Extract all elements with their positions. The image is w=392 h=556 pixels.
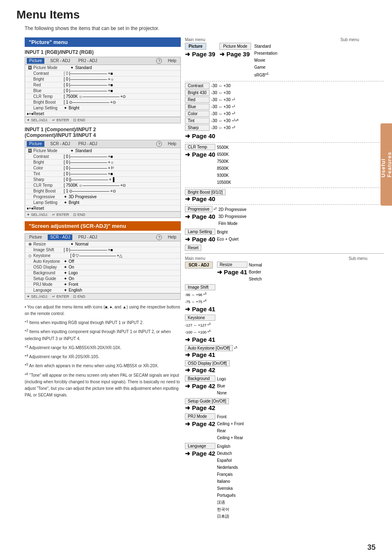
brightboost-slider-1[interactable]: ⊙————————— [69,100,109,104]
prjmode-icon: ✦ [64,282,67,287]
menu-tab-scr-adj-active[interactable]: SCR - ADJ [48,234,72,240]
menu-tab-picture-scradj[interactable]: Picture [27,234,44,240]
picture-mode-icon-1: 🖼 [27,65,33,70]
lang-svenska: Svenska [217,485,238,492]
keystone-range2: -100 ↔ +100 *4 [185,329,215,335]
footer-enter-scradj: ↵ ENTER [52,294,69,299]
bright-end-2: +☼ [108,160,114,164]
clrtemp-label-1: CLR Temp [27,94,64,99]
clrtemp-slider-1[interactable]: ☼————————— [78,94,119,99]
contrast-end-1: +■ [108,71,113,76]
input1-label: INPUT 1 (RGB)/INPUT2 (RGB) [25,49,181,55]
brightboost-end-1: +⊙ [110,100,116,104]
sub-game: Game [254,64,277,71]
tint-slider-2[interactable]: |————————— [69,171,107,176]
blue-box-right: Blue [185,104,210,110]
scradj-main-left: SCR - ADJ [185,262,213,269]
bg-blue: Blue [217,382,227,389]
lang-espanol: Español [217,457,238,464]
blue-slider-1[interactable]: |————————— [69,88,107,93]
color-range-right: -30 ↔ +30 [211,111,231,116]
footnote-6: *6 "Tone" will appear on the menu screen… [25,371,181,398]
sharp-slider-2[interactable]: ||————————— [69,177,108,182]
menu-box-2: Picture SCR - ADJ PRJ - ADJ ? Help 🖼 Pic… [25,140,181,218]
prog-2d: 2D Progressive [219,206,247,213]
menu-row-imageshift: Image Shift [ 0 |————————— +■ [25,247,180,253]
menu-tab-scr-adj-2[interactable]: SCR - ADJ [48,141,72,147]
menu-row-contrast-1: Contrast [ 0 |————————— +■ [25,71,180,76]
sub-menu-label-top: Sub menu [340,37,359,42]
lang-italiano: Italiano [217,478,238,485]
footnote-3: *3 Adjustment range for XG-MB55X/XR-20X/… [25,344,181,351]
autokeystone-page41: ➜ Page 41 [185,351,384,359]
menu-tab-prj-adj-1[interactable]: PRJ - ADJ [76,58,99,64]
lampsetting-value-2: Bright [69,200,79,205]
footer-sel-1: ✦ SEL./ADJ. [27,118,48,122]
dashed-sep-1 [185,81,384,81]
sharp-label-2: Sharp [27,177,64,182]
menu-tab-help-1[interactable]: Help [165,58,179,64]
clrtemp-left: CLR Temp ➜ Page 40 [185,144,215,158]
menu-tab-picture-2[interactable]: Picture [27,141,44,147]
prjmode-section-right: PRJ Mode ➜ Page 42 Front Ceiling + Front… [185,413,384,441]
menu-row-clrtemp-1: CLR Temp [ 7500K ☼————————— +⊙ [25,94,180,100]
picture-mode-sub-box: Picture Mode [219,43,251,50]
contrast-slider-2[interactable]: |————————— [69,154,107,159]
language-box-right: Language [185,443,215,449]
help-icon-scradj[interactable]: ? [156,234,162,240]
language-page42: ➜ Page 42 [185,450,215,457]
contrast-bracket-1: [ 0 [64,71,68,76]
help-icon-1[interactable]: ? [156,58,162,64]
picture-mode-value-2: Standard [75,148,92,153]
red-slider-1[interactable]: |————————— [69,83,107,87]
color-row-right: Color -30 ↔ +30 *2 [185,111,384,117]
imageshift-end: +■ [108,248,113,252]
contrast-end-2: +■ [108,154,113,159]
blue-range-right: -30 ↔ +30 [211,104,231,109]
autokeystone-note: *5 [234,345,238,351]
imageshift-slider[interactable]: |————————— [69,248,107,252]
help-icon-2[interactable]: ? [156,141,162,147]
contrast-slider-1[interactable]: |————————— [69,71,107,76]
clrtemp-9300: 9300K [217,172,231,179]
menu-tab-scr-adj-1[interactable]: SCR - ADJ [48,58,72,64]
clrtemp-7500: 7500K [217,158,231,165]
keystone-left-right: Keystone -127 ↔ +127 *3 -100 ↔ +100 *4 ➜… [185,315,215,343]
menu-row-bright-1: Bright [ 0 |————————— +☼ [25,76,180,82]
picture-mode-icon3: ✦ [70,148,74,153]
lampsetting-page40: ➜ Page 40 [185,236,215,243]
lampsetting-left: Lamp Setting ➜ Page 40 [185,229,215,243]
bright-slider-1[interactable]: |————————— [69,77,107,81]
osddisplay-value: On [69,265,74,269]
brightboost-label-2: Bright Boost [27,189,64,193]
language-value: English [69,288,82,292]
menu-tab-picture-active[interactable]: Picture [27,58,44,64]
tint-range-right: -30 ↔ +30 [211,118,231,123]
menu-row-bright-2: Bright [ 0 |————————— +☼ [25,160,180,165]
menu-tab-prj-adj-scradj[interactable]: PRJ - ADJ [76,234,99,240]
bright-range-right: -30 ↔ +30 [211,90,231,95]
hr-divider [185,253,384,254]
menu-tab-prj-adj-2[interactable]: PRJ - ADJ [76,141,99,147]
menu-tab-help-scradj[interactable]: Help [165,234,179,240]
page40-ref-1: ➜ Page 40 [185,132,384,140]
blue-note-right: *1 [232,104,235,109]
keystone-slider[interactable]: ▽————————— [76,253,116,258]
keystone-bracket: [ 0 [70,253,75,258]
clrtemp-slider-2[interactable]: ☼————————— [78,183,119,188]
menu-tab-help-2[interactable]: Help [165,141,179,147]
brightboost-slider-2[interactable]: ⊙————————— [69,189,109,193]
progressive-icon-2: ✦ [64,195,67,199]
lampsetting-value-1: Bright [69,106,79,110]
clrtemp-6500: 6500K [217,151,231,158]
color-label-2: Color [27,166,64,170]
imageshift-left-right: Image Shift -96 ↔ +96 *3 -75 ↔ +75 *4 ➜ … [185,284,215,313]
color-slider-2[interactable]: |————————— [69,166,107,170]
menu-row-red-1: Red [ 0 |————————— +■ [25,82,180,88]
background-value: Logo [69,271,78,275]
picture-chain-row: Picture ➜ Page 39 Picture Mode ➜ Page 39… [185,43,384,79]
setupguide-box-right: Setup Guide [On/Off] [185,398,229,404]
bright-slider-2[interactable]: |————————— [69,160,107,164]
prjmode-left-right: PRJ Mode ➜ Page 42 [185,413,215,428]
keystone-label: Keystone [33,253,70,258]
